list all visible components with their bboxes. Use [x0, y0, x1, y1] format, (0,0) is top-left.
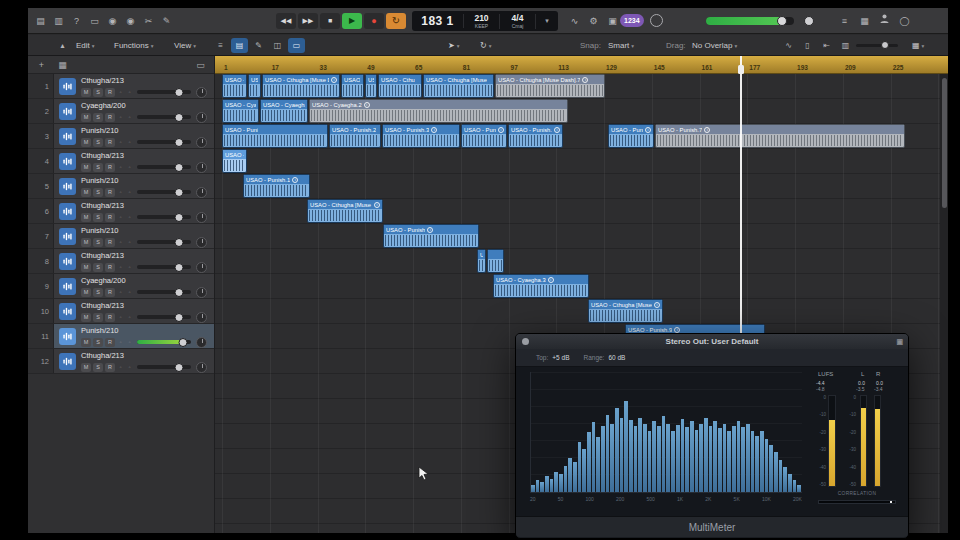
track-r-button[interactable]: R	[105, 138, 115, 147]
region[interactable]: US	[248, 74, 261, 98]
freeze-icon[interactable]: ◦	[126, 164, 133, 170]
master-volume-slider[interactable]	[706, 17, 794, 25]
multimeter-window[interactable]: Stereo Out: User Default ▣ Top: +5 dB Ra…	[515, 333, 909, 539]
track-m-button[interactable]: M	[81, 238, 91, 247]
volume-slider[interactable]	[137, 90, 191, 94]
view-menu[interactable]: View▾	[174, 35, 196, 56]
input-monitor-icon[interactable]: ◦	[117, 89, 124, 95]
input-monitor-icon[interactable]: ◦	[117, 239, 124, 245]
freeze-icon[interactable]: ◦	[126, 214, 133, 220]
snap-dropdown[interactable]: Smart▾	[608, 35, 634, 56]
track-r-button[interactable]: R	[105, 188, 115, 197]
vertical-scrollbar[interactable]	[940, 74, 948, 533]
volume-slider[interactable]	[137, 115, 191, 119]
volume-slider[interactable]	[137, 190, 191, 194]
browsers-icon[interactable]: ▦	[856, 13, 873, 29]
library-toggle-icon[interactable]: ▭	[192, 58, 209, 72]
track-header[interactable]: 9Cyaegha/200MSR◦◦	[28, 274, 214, 299]
tuner-icon[interactable]: ∿	[566, 13, 583, 29]
autopunch-icon[interactable]: ▭	[288, 38, 305, 53]
knob-left-icon[interactable]: ◉	[104, 13, 121, 29]
track-r-button[interactable]: R	[105, 363, 115, 372]
freeze-icon[interactable]: ◦	[126, 289, 133, 295]
track-s-button[interactable]: S	[93, 88, 103, 97]
plugin-expand-icon[interactable]: ▣	[896, 334, 903, 349]
zoom-slider-thumb[interactable]	[881, 41, 889, 49]
input-monitor-icon[interactable]: ◦	[117, 164, 124, 170]
region[interactable]: USA	[365, 74, 377, 98]
plugin-titlebar[interactable]: Stereo Out: User Default ▣	[516, 334, 908, 349]
region[interactable]: USAO - Cyaegha.3i	[493, 274, 589, 298]
volume-thumb[interactable]	[175, 213, 184, 222]
freeze-icon[interactable]: ◦	[126, 89, 133, 95]
track-s-button[interactable]: S	[93, 338, 103, 347]
pan-knob[interactable]	[196, 362, 207, 373]
track-m-button[interactable]: M	[81, 313, 91, 322]
volume-thumb[interactable]	[175, 238, 184, 247]
region[interactable]: USAO - Cyaegha	[260, 99, 308, 123]
track-s-button[interactable]: S	[93, 238, 103, 247]
freeze-icon[interactable]: ◦	[126, 364, 133, 370]
region[interactable]: USAO - Cthugha [Muse Di	[262, 74, 340, 98]
track-m-button[interactable]: M	[81, 113, 91, 122]
pan-knob[interactable]	[196, 287, 207, 298]
freeze-icon[interactable]: ◦	[126, 314, 133, 320]
track-header[interactable]: 5Punish/210MSR◦◦	[28, 174, 214, 199]
pencil-icon[interactable]: ✎	[158, 13, 175, 29]
volume-slider[interactable]	[137, 140, 191, 144]
volume-thumb[interactable]	[175, 288, 184, 297]
pan-knob[interactable]	[196, 337, 207, 348]
volume-thumb[interactable]	[175, 88, 184, 97]
track-r-button[interactable]: R	[105, 238, 115, 247]
track-r-button[interactable]: R	[105, 113, 115, 122]
library-icon[interactable]: ▤	[32, 13, 49, 29]
volume-slider[interactable]	[137, 240, 191, 244]
track-r-button[interactable]: R	[105, 88, 115, 97]
volume-slider[interactable]	[137, 215, 191, 219]
scissors-icon[interactable]: ✂	[140, 13, 157, 29]
forward-button[interactable]: ▶▶	[298, 13, 318, 29]
region[interactable]: USAO - Punish.2	[329, 124, 381, 148]
region[interactable]: USAO - Cthugha [Muse Di	[307, 199, 383, 223]
lists-view-icon[interactable]: ≡	[212, 38, 229, 53]
pan-knob[interactable]	[196, 237, 207, 248]
track-m-button[interactable]: M	[81, 88, 91, 97]
region[interactable]: USAO - Cthu	[378, 74, 422, 98]
pan-knob[interactable]	[196, 87, 207, 98]
track-r-button[interactable]: R	[105, 213, 115, 222]
add-track-button[interactable]: +	[33, 58, 50, 72]
track-filter-icon[interactable]: ▦	[54, 58, 71, 72]
pan-knob[interactable]	[196, 312, 207, 323]
region[interactable]: USAO - Cthugha [Muse Di	[588, 299, 663, 323]
user-icon[interactable]	[876, 13, 893, 29]
track-header[interactable]: 4Cthugha/213MSR◦◦	[28, 149, 214, 174]
pan-knob[interactable]	[196, 137, 207, 148]
track-s-button[interactable]: S	[93, 188, 103, 197]
volume-thumb[interactable]	[175, 138, 184, 147]
volume-slider[interactable]	[137, 340, 191, 344]
track-header[interactable]: 3Punish/210MSR◦◦	[28, 124, 214, 149]
region[interactable]: USAO - Punish.6i	[608, 124, 654, 148]
track-header[interactable]: 12Cthugha/213MSR◦◦	[28, 349, 214, 374]
input-monitor-icon[interactable]: ◦	[117, 189, 124, 195]
track-s-button[interactable]: S	[93, 313, 103, 322]
track-m-button[interactable]: M	[81, 188, 91, 197]
region[interactable]: USAO - Cthugha [Muse	[423, 74, 494, 98]
region[interactable]: USAO - Punish.1i	[243, 174, 310, 198]
collapse-toolbar-icon[interactable]: ▴	[54, 38, 71, 53]
track-s-button[interactable]: S	[93, 163, 103, 172]
smart-controls-icon[interactable]: ▭	[86, 13, 103, 29]
playhead-handle[interactable]	[738, 65, 744, 74]
pan-knob[interactable]	[196, 162, 207, 173]
track-s-button[interactable]: S	[93, 138, 103, 147]
volume-slider[interactable]	[137, 265, 191, 269]
lcd-chevron-icon[interactable]: ▾	[536, 17, 558, 25]
pan-knob[interactable]	[196, 187, 207, 198]
input-monitor-icon[interactable]: ◦	[117, 139, 124, 145]
top-value[interactable]: +5 dB	[552, 354, 569, 361]
list-editors-icon[interactable]: ≡	[836, 13, 853, 29]
region[interactable]: USAO - Punish.5i	[508, 124, 563, 148]
region[interactable]: USAO - Punishi	[383, 224, 479, 248]
secondary-tool-menu[interactable]: ↻▾	[480, 35, 491, 56]
pencil-tool-icon[interactable]: ✎	[250, 38, 267, 53]
